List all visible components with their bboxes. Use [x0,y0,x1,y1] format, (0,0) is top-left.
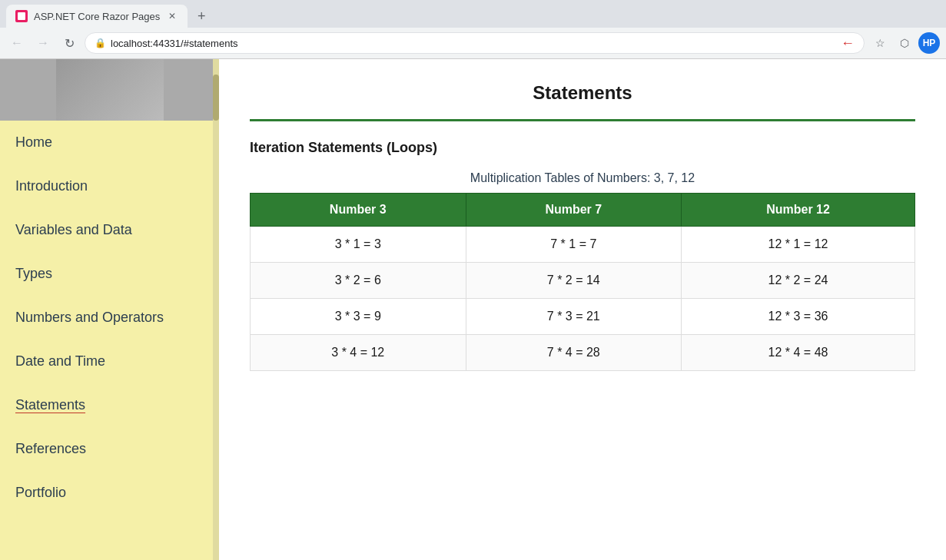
section-heading: Iteration Statements (Loops) [250,140,915,156]
main-content: Statements Iteration Statements (Loops) … [219,59,946,560]
table-cell-r1c0: 3 * 2 = 6 [251,263,466,299]
lock-icon: 🔒 [95,38,106,48]
toolbar-icons: ☆ ⬡ HP [869,32,940,54]
avatar-image [56,59,164,121]
sidebar-scrollbar[interactable] [213,59,219,560]
page-body: HomeIntroductionVariables and DataTypesN… [0,59,946,560]
sidebar-scrollbar-thumb [213,75,219,121]
url-arrow: ← [841,35,855,51]
table-cell-r1c1: 7 * 2 = 14 [466,263,682,299]
sidebar-item-variables-and-data[interactable]: Variables and Data [0,208,219,252]
col-header-0: Number 3 [251,194,466,227]
new-tab-button[interactable]: + [191,5,212,27]
sidebar-avatar-area [0,59,219,121]
sidebar-item-types[interactable]: Types [0,252,219,296]
profile-button[interactable]: HP [918,32,940,54]
reload-button[interactable]: ↻ [58,32,80,54]
sidebar-item-date-and-time[interactable]: Date and Time [0,340,219,383]
sidebar-item-portfolio[interactable]: Portfolio [0,471,219,515]
page-title: Statements [250,82,915,104]
active-tab[interactable]: ASP.NET Core Razor Pages ✕ [6,5,188,28]
extension-icon[interactable]: ⬡ [894,32,915,54]
table-row: 3 * 1 = 37 * 1 = 712 * 1 = 12 [251,227,915,263]
table-caption: Multiplication Tables of Numbers: 3, 7, … [250,171,915,185]
sidebar-item-home[interactable]: Home [0,121,219,164]
sidebar-item-introduction[interactable]: Introduction [0,164,219,208]
table-cell-r2c1: 7 * 3 = 21 [466,299,682,335]
back-button[interactable]: ← [6,32,28,54]
table-header-row: Number 3Number 7Number 12 [251,194,915,227]
address-bar-row: ← → ↻ 🔒 localhost:44331/#statements ← ☆ … [0,28,946,58]
table-row: 3 * 2 = 67 * 2 = 1412 * 2 = 24 [251,263,915,299]
browser-chrome: ASP.NET Core Razor Pages ✕ + ← → ↻ 🔒 loc… [0,0,946,59]
bookmark-icon[interactable]: ☆ [869,32,891,54]
table-cell-r2c0: 3 * 3 = 9 [251,299,466,335]
multiplication-table: Number 3Number 7Number 12 3 * 1 = 37 * 1… [250,193,915,371]
col-header-2: Number 12 [682,194,915,227]
sidebar: HomeIntroductionVariables and DataTypesN… [0,59,219,560]
tab-favicon [15,10,28,22]
sidebar-item-references[interactable]: References [0,427,219,471]
table-cell-r3c1: 7 * 4 = 28 [466,335,682,371]
table-cell-r1c2: 12 * 2 = 24 [682,263,915,299]
address-box[interactable]: 🔒 localhost:44331/#statements ← [85,32,865,54]
sidebar-item-numbers-and-operators[interactable]: Numbers and Operators [0,296,219,340]
tab-bar: ASP.NET Core Razor Pages ✕ + [0,0,946,28]
url-text: localhost:44331/#statements [111,38,835,49]
tab-close-button[interactable]: ✕ [166,10,178,22]
table-cell-r2c2: 12 * 3 = 36 [682,299,915,335]
table-cell-r0c1: 7 * 1 = 7 [466,227,682,263]
forward-button[interactable]: → [32,32,54,54]
table-header: Number 3Number 7Number 12 [251,194,915,227]
nav-list: HomeIntroductionVariables and DataTypesN… [0,121,219,515]
sidebar-item-statements[interactable]: Statements [0,383,219,427]
table-cell-r3c0: 3 * 4 = 12 [251,335,466,371]
table-cell-r3c2: 12 * 4 = 48 [682,335,915,371]
table-row: 3 * 3 = 97 * 3 = 2112 * 3 = 36 [251,299,915,335]
green-divider [250,119,915,121]
table-row: 3 * 4 = 127 * 4 = 2812 * 4 = 48 [251,335,915,371]
table-body: 3 * 1 = 37 * 1 = 712 * 1 = 123 * 2 = 67 … [251,227,915,371]
tab-title: ASP.NET Core Razor Pages [34,11,160,22]
table-cell-r0c2: 12 * 1 = 12 [682,227,915,263]
col-header-1: Number 7 [466,194,682,227]
table-cell-r0c0: 3 * 1 = 3 [251,227,466,263]
